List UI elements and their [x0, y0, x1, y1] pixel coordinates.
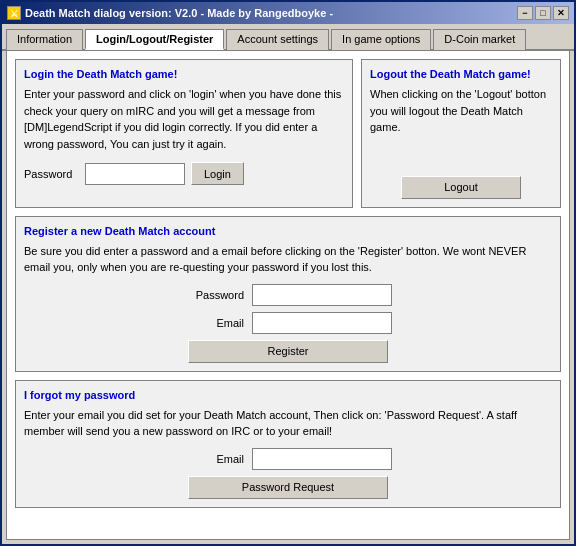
login-password-input[interactable]: [85, 163, 185, 185]
login-button[interactable]: Login: [191, 162, 244, 185]
tab-ingame[interactable]: In game options: [331, 29, 431, 50]
forgot-section-text: Enter your email you did set for your De…: [24, 407, 552, 440]
register-section-text: Be sure you did enter a password and a e…: [24, 243, 552, 276]
title-bar-left: ⚔ Death Match dialog version: V2.0 - Mad…: [7, 6, 333, 20]
register-email-label: Email: [184, 317, 244, 329]
password-label: Password: [24, 168, 79, 180]
content-area: Login the Death Match game! Enter your p…: [6, 51, 570, 540]
login-row: Password Login: [24, 162, 344, 185]
close-button[interactable]: ✕: [553, 6, 569, 20]
top-row: Login the Death Match game! Enter your p…: [15, 59, 561, 208]
register-section: Register a new Death Match account Be su…: [15, 216, 561, 372]
tab-bar: Information Login/Logout/Register Accoun…: [2, 24, 574, 51]
title-bar: ⚔ Death Match dialog version: V2.0 - Mad…: [2, 2, 574, 24]
window-title: Death Match dialog version: V2.0 - Made …: [25, 7, 333, 19]
minimize-button[interactable]: −: [517, 6, 533, 20]
maximize-button[interactable]: □: [535, 6, 551, 20]
tab-dcoin[interactable]: D-Coin market: [433, 29, 526, 50]
window: ⚔ Death Match dialog version: V2.0 - Mad…: [0, 0, 576, 546]
forgot-btn-row: Password Request: [24, 476, 552, 499]
login-panel-text: Enter your password and click on 'login'…: [24, 86, 344, 152]
logout-panel-text: When clicking on the 'Logout' botton you…: [370, 86, 552, 136]
forgot-section: I forgot my password Enter your email yo…: [15, 380, 561, 508]
forgot-email-row: Email: [24, 448, 552, 470]
logout-button[interactable]: Logout: [401, 176, 521, 199]
title-buttons: − □ ✕: [517, 6, 569, 20]
logout-panel: Logout the Death Match game! When clicki…: [361, 59, 561, 208]
login-panel-title: Login the Death Match game!: [24, 68, 344, 80]
password-request-button[interactable]: Password Request: [188, 476, 388, 499]
register-btn-row: Register: [24, 340, 552, 363]
logout-panel-title: Logout the Death Match game!: [370, 68, 552, 80]
login-panel: Login the Death Match game! Enter your p…: [15, 59, 353, 208]
forgot-section-title: I forgot my password: [24, 389, 552, 401]
register-email-row: Email: [24, 312, 552, 334]
tab-information[interactable]: Information: [6, 29, 83, 50]
logout-btn-row: Logout: [370, 176, 552, 199]
register-button[interactable]: Register: [188, 340, 388, 363]
register-password-label: Password: [184, 289, 244, 301]
window-icon: ⚔: [7, 6, 21, 20]
tab-account[interactable]: Account settings: [226, 29, 329, 50]
forgot-email-input[interactable]: [252, 448, 392, 470]
tab-login[interactable]: Login/Logout/Register: [85, 29, 224, 50]
register-section-title: Register a new Death Match account: [24, 225, 552, 237]
register-email-input[interactable]: [252, 312, 392, 334]
register-password-input[interactable]: [252, 284, 392, 306]
register-password-row: Password: [24, 284, 552, 306]
forgot-email-label: Email: [184, 453, 244, 465]
